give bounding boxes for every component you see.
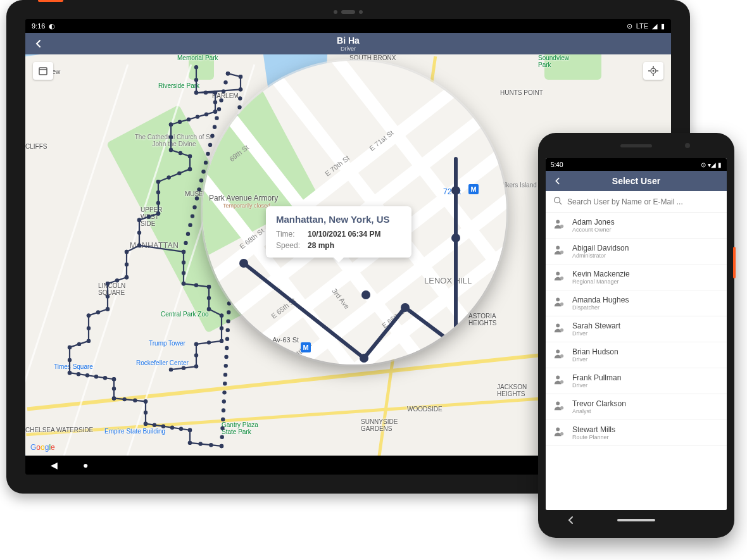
tablet-accent — [38, 0, 63, 2]
user-name: Sarah Stewart — [572, 321, 620, 330]
user-list: Adam Jones Account Owner Abigail Davidso… — [546, 213, 727, 446]
map-label-upper-west: UPPER WEST SIDE — [141, 206, 172, 227]
back-button[interactable] — [32, 37, 46, 51]
map-label-hunts: HUNTS POINT — [500, 89, 543, 96]
tooltip-time-label: Time: — [276, 230, 308, 239]
header-title: Bi Ha Driver — [25, 35, 671, 52]
user-icon — [553, 322, 566, 336]
svg-point-191 — [451, 233, 460, 242]
app-header: Bi Ha Driver — [25, 33, 671, 54]
location-tooltip: Manhattan, New York, US Time: 10/10/2021… — [266, 206, 411, 258]
user-name: Abigail Davidson — [572, 244, 629, 252]
svg-point-209 — [556, 402, 560, 406]
svg-point-208 — [560, 380, 563, 383]
status-app-icon: ◐ — [49, 22, 55, 30]
user-icon — [553, 426, 566, 440]
user-role: Route Planner — [572, 434, 615, 440]
google-logo: Google — [30, 443, 55, 452]
phone-screen: 5:40 ⊙ ▾◢ ▮ Select User Adam Jones Accou… — [546, 158, 727, 510]
svg-line-194 — [560, 202, 562, 205]
phone-accent — [733, 247, 736, 278]
map-label-woodside: WOODSIDE — [407, 406, 443, 413]
user-row[interactable]: Brian Hudson Driver — [546, 342, 727, 368]
search-row[interactable] — [546, 191, 727, 213]
map-label-jackson: JACKSON HEIGHTS — [497, 383, 535, 397]
user-row[interactable]: Stewart Mills Route Planner — [546, 420, 727, 446]
status-network: LTE — [636, 22, 648, 30]
user-name: Stewart Mills — [572, 425, 615, 434]
tooltip-speed-value: 28 mph — [308, 241, 334, 250]
nav-home-icon[interactable]: ● — [83, 460, 88, 470]
map-label-rockefeller: Rockefeller Center — [136, 359, 189, 366]
phone-nav-home-pill[interactable] — [617, 519, 655, 521]
map-label-chelsea: CHELSEA WATERSIDE — [25, 426, 93, 433]
svg-point-200 — [560, 277, 563, 280]
locate-button[interactable] — [643, 62, 663, 80]
svg-point-188 — [361, 290, 370, 299]
map-label-lincoln: LINCOLN SQUARE — [98, 282, 130, 296]
map-label-cliffs: CLIFFS — [25, 143, 47, 150]
user-role: Driver — [572, 382, 621, 389]
user-icon — [553, 270, 566, 284]
svg-point-195 — [556, 220, 560, 224]
svg-point-198 — [560, 251, 563, 254]
crosshair-icon — [648, 66, 658, 76]
svg-rect-178 — [39, 68, 47, 75]
svg-point-211 — [556, 428, 560, 432]
user-icon — [553, 218, 566, 232]
user-name: Adam Jones — [572, 218, 615, 227]
map-label-harlem: HARLEM — [212, 92, 239, 99]
map-label-manhattan: MANHATTAN — [130, 241, 179, 250]
map-label-trump: Trump Tower — [149, 340, 185, 347]
nav-back-icon[interactable]: ◀ — [51, 460, 58, 470]
phone-speaker — [620, 144, 652, 147]
phone-nav-back-icon[interactable] — [567, 516, 575, 525]
user-row[interactable]: Frank Pullman Driver — [546, 368, 727, 394]
user-row[interactable]: Sarah Stewart Driver — [546, 316, 727, 342]
user-row[interactable]: Trevor Clarkson Analyst — [546, 394, 727, 420]
user-role: Regional Manager — [572, 278, 630, 285]
svg-point-201 — [556, 298, 560, 302]
phone-status-time: 5:40 — [551, 161, 563, 168]
svg-point-193 — [555, 197, 560, 203]
user-role: Administrator — [572, 252, 629, 259]
user-role: Driver — [572, 356, 618, 363]
user-row[interactable]: Abigail Davidson Administrator — [546, 239, 727, 264]
phone-header: Select User — [546, 171, 727, 191]
user-row[interactable]: Kevin Mackenzie Regional Manager — [546, 264, 727, 290]
map-label-cathedral: The Cathedral Church of St. John the Div… — [133, 134, 215, 147]
svg-point-204 — [560, 328, 563, 332]
svg-point-203 — [556, 324, 560, 328]
tooltip-time-value: 10/10/2021 06:34 PM — [308, 230, 380, 239]
location-icon: ⊙ — [627, 22, 632, 30]
svg-point-189 — [401, 303, 410, 312]
svg-point-187 — [360, 354, 368, 363]
tooltip-location: Manhattan, New York, US — [276, 214, 401, 225]
search-input[interactable] — [567, 197, 719, 206]
user-name: Amanda Hughes — [572, 296, 629, 304]
phone-nav-bar — [546, 510, 727, 530]
svg-point-199 — [556, 272, 560, 276]
user-name: Trevor Clarkson — [572, 399, 626, 408]
user-icon — [553, 400, 566, 414]
svg-point-210 — [560, 406, 563, 409]
user-role: Dispatcher — [572, 304, 629, 311]
svg-point-202 — [560, 302, 563, 306]
user-row[interactable]: Amanda Hughes Dispatcher — [546, 290, 727, 316]
map-label-sunnyside: SUNNYSIDE GARDENS — [361, 418, 405, 432]
user-row[interactable]: Adam Jones Account Owner — [546, 213, 727, 239]
phone-status-bar: 5:40 ⊙ ▾◢ ▮ — [546, 158, 727, 171]
calendar-button[interactable] — [33, 62, 53, 80]
tablet-notch — [320, 9, 377, 15]
map-label-soundview: Soundview Park — [538, 54, 582, 68]
search-icon — [553, 196, 562, 207]
svg-point-196 — [560, 225, 563, 228]
map-label-riverside: Riverside Park — [158, 82, 199, 89]
phone-status-icons: ⊙ ▾◢ ▮ — [701, 161, 722, 168]
svg-point-205 — [556, 350, 560, 354]
map-label-rikers: Rikers Island — [500, 182, 537, 189]
chevron-left-icon — [34, 39, 43, 48]
signal-icon: ◢ — [652, 22, 657, 30]
phone-camera — [685, 143, 690, 148]
status-time: 9:16 — [32, 22, 45, 30]
